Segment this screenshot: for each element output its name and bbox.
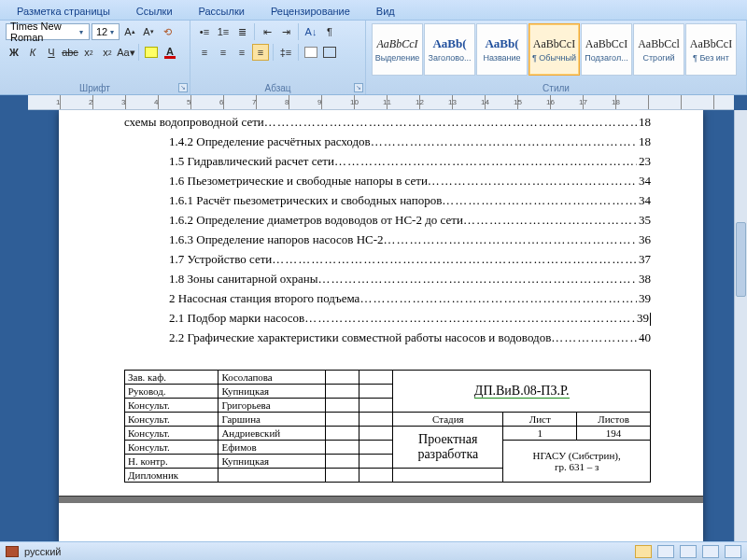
- change-case-button[interactable]: Aa▾: [118, 44, 134, 61]
- toc-line[interactable]: 2 Насосная станция второго подъема…………………: [124, 291, 651, 306]
- tab-mailings[interactable]: Рассылки: [186, 3, 258, 20]
- style-name-label: Выделение: [375, 53, 420, 63]
- toc-page-number: 36: [637, 232, 651, 247]
- show-marks-button[interactable]: ¶: [321, 23, 338, 40]
- toc-line[interactable]: 1.6.2 Определение диаметров водоводов от…: [124, 213, 651, 228]
- stamp-cell: Косолапова: [218, 371, 326, 385]
- scrollbar-thumb[interactable]: [736, 222, 746, 297]
- style-preview: AaBb(: [432, 36, 466, 51]
- tab-view[interactable]: Вид: [363, 3, 408, 20]
- toc-text: 1.6.2 Определение диаметров водоводов от…: [169, 213, 463, 228]
- increase-indent-button[interactable]: ⇥: [277, 23, 294, 40]
- style-name-label: Строгий: [643, 53, 675, 63]
- bullets-button[interactable]: •≡: [196, 23, 213, 40]
- toc-leader: …………………………………………………………………………………………………………: [334, 154, 637, 169]
- draft-view-button[interactable]: [725, 545, 741, 558]
- stamp-cell: [359, 385, 393, 399]
- multilevel-button[interactable]: ≣: [233, 23, 250, 40]
- paragraph-dialog-launcher[interactable]: ↘: [354, 83, 363, 92]
- highlight-button[interactable]: [143, 44, 160, 61]
- bold-button[interactable]: Ж: [6, 44, 22, 61]
- clear-formatting-button[interactable]: ⟲: [159, 23, 176, 40]
- toc-line[interactable]: 1.7 Устройство сети…………………………………………………………: [124, 252, 651, 267]
- toc-line[interactable]: 2.2 Графические характеристики совместно…: [124, 330, 651, 345]
- print-layout-view-button[interactable]: [635, 545, 652, 558]
- style-tile[interactable]: AaBbCcIВыделение: [372, 23, 423, 76]
- outline-view-button[interactable]: [702, 545, 719, 558]
- toc-line[interactable]: схемы водопроводной сети……………………………………………: [124, 115, 651, 130]
- subscript-button[interactable]: x2: [80, 44, 97, 61]
- toc-text: 1.4.2 Определение расчётных расходов: [169, 134, 371, 149]
- org-cell: НГАСУ (Сибстрин),гр. 631 – з: [503, 441, 651, 483]
- ruler-mark: 6: [219, 98, 223, 106]
- toc-line[interactable]: 1.5 Гидравлический расчет сети……………………………: [124, 154, 651, 169]
- ribbon: Times New Roman ▾ 12 ▾ A▴ A▾ ⟲ Ж К Ч abc…: [0, 21, 747, 95]
- toc-line[interactable]: 1.6.3 Определение напоров насосов НС-2………: [124, 232, 651, 247]
- font-size-combo[interactable]: 12 ▾: [92, 23, 120, 40]
- align-justify-button[interactable]: ≡: [252, 44, 269, 61]
- vertical-scrollbar[interactable]: [734, 110, 747, 541]
- italic-button[interactable]: К: [24, 44, 41, 61]
- full-screen-view-button[interactable]: [657, 545, 674, 558]
- book-icon[interactable]: [6, 546, 19, 557]
- toc-line[interactable]: 1.4.2 Определение расчётных расходов……………: [124, 134, 651, 149]
- toc-line[interactable]: 1.6.1 Расчёт пьезометрических и свободны…: [124, 193, 651, 208]
- web-layout-view-button[interactable]: [680, 545, 697, 558]
- toc-leader: …………………………………………………………………………………………………………: [272, 252, 637, 267]
- stamp-cell: [359, 413, 393, 427]
- ruler-mark: 8: [285, 98, 289, 106]
- stamp-cell: Консульт.: [125, 399, 218, 413]
- stamp-cell: [359, 441, 393, 455]
- strike-button[interactable]: abc: [62, 44, 78, 61]
- style-tile[interactable]: AaBbCcIПодзагол...: [581, 23, 632, 76]
- align-center-button[interactable]: ≡: [215, 44, 232, 61]
- group-styles-label: Стили: [366, 83, 746, 93]
- chevron-down-icon: ▾: [109, 28, 115, 36]
- toc-line[interactable]: 1.6 Пьезометрические и свободные напоры …: [124, 174, 651, 189]
- style-tile[interactable]: AaBbCcI¶ Обычный: [529, 23, 580, 76]
- tab-page-layout[interactable]: Разметка страницы: [4, 3, 123, 20]
- toc-leader: …………………………………………………………………………………………………………: [317, 272, 637, 287]
- style-gallery[interactable]: AaBbCcIВыделениеAaBb(Заголово...AaBb(Наз…: [372, 23, 740, 76]
- decrease-indent-button[interactable]: ⇤: [259, 23, 275, 40]
- toc-line[interactable]: 2.1 Подбор марки насосов……………………………………………: [124, 311, 651, 326]
- style-tile[interactable]: AaBb(Заголово...: [424, 23, 475, 76]
- toc-page-number: 34: [637, 174, 651, 189]
- numbering-button[interactable]: 1≡: [215, 23, 232, 40]
- separator: [138, 44, 139, 61]
- sort-button[interactable]: A↓: [303, 23, 319, 40]
- line-spacing-button[interactable]: ‡≡: [277, 44, 294, 61]
- horizontal-ruler[interactable]: 123456789101112131415161718: [28, 95, 734, 110]
- style-tile[interactable]: AaBb(Название: [476, 23, 528, 76]
- font-name-combo[interactable]: Times New Roman ▾: [6, 23, 90, 40]
- stamp-cell: Купницкая: [218, 455, 326, 469]
- toc-page-number: 18: [637, 115, 651, 130]
- align-left-button[interactable]: ≡: [196, 44, 213, 61]
- title-block-table: Зав. каф.КосолаповаДП.ВиВ.08-ПЗ.Р.Руково…: [124, 370, 651, 483]
- style-tile[interactable]: AaBbCcI¶ Без инт: [685, 23, 737, 76]
- font-color-button[interactable]: A: [162, 44, 178, 61]
- stamp-cell: [326, 455, 359, 469]
- toc-leader: …………………………………………………………………………………………………………: [384, 232, 637, 247]
- font-size-value: 12: [96, 26, 107, 37]
- language-indicator[interactable]: русский: [24, 546, 61, 557]
- grow-font-button[interactable]: A▴: [121, 23, 138, 40]
- shading-button[interactable]: [303, 44, 319, 61]
- toc-page-number: 38: [637, 272, 651, 287]
- style-tile[interactable]: AaBbCclСтрогий: [633, 23, 684, 76]
- align-right-button[interactable]: ≡: [233, 44, 250, 61]
- superscript-button[interactable]: x2: [99, 44, 116, 61]
- tab-references[interactable]: Ссылки: [123, 3, 186, 20]
- underline-button[interactable]: Ч: [43, 44, 60, 61]
- borders-button[interactable]: [321, 44, 338, 61]
- stamp-cell: [326, 413, 359, 427]
- stamp-cell: Зав. каф.: [125, 371, 218, 385]
- toc-text: схемы водопроводной сети: [124, 115, 264, 130]
- font-dialog-launcher[interactable]: ↘: [178, 83, 188, 92]
- toc-text: 2 Насосная станция второго подъема: [169, 291, 359, 306]
- tab-review[interactable]: Рецензирование: [258, 3, 363, 20]
- toc-line[interactable]: 1.8 Зоны санитарной охраны………………………………………: [124, 272, 651, 287]
- shrink-font-button[interactable]: A▾: [140, 23, 157, 40]
- document-page[interactable]: схемы водопроводной сети……………………………………………: [59, 110, 703, 541]
- stamp-cell: [359, 455, 393, 469]
